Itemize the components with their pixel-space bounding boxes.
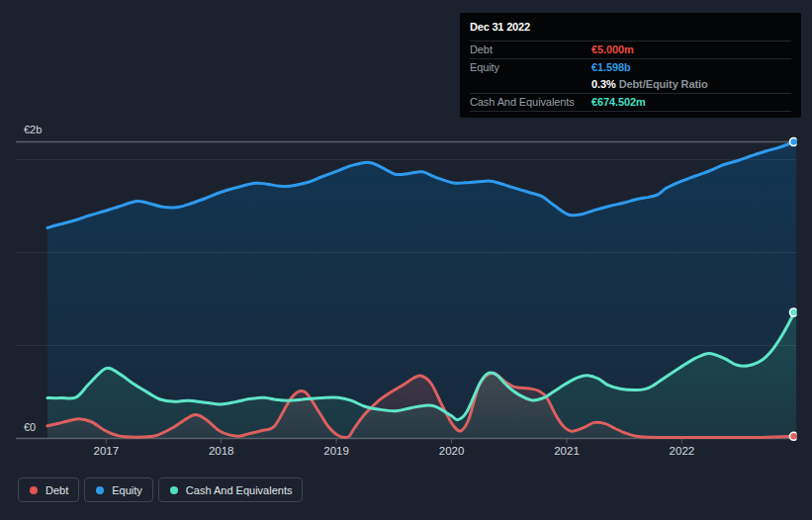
svg-text:2022: 2022: [670, 445, 695, 457]
svg-text:2017: 2017: [94, 445, 120, 457]
svg-text:€0: €0: [24, 421, 36, 433]
svg-text:€2b: €2b: [24, 124, 42, 135]
svg-text:2020: 2020: [439, 445, 465, 457]
svg-text:2018: 2018: [209, 445, 234, 457]
svg-text:2019: 2019: [323, 445, 349, 457]
svg-text:2021: 2021: [554, 445, 580, 457]
